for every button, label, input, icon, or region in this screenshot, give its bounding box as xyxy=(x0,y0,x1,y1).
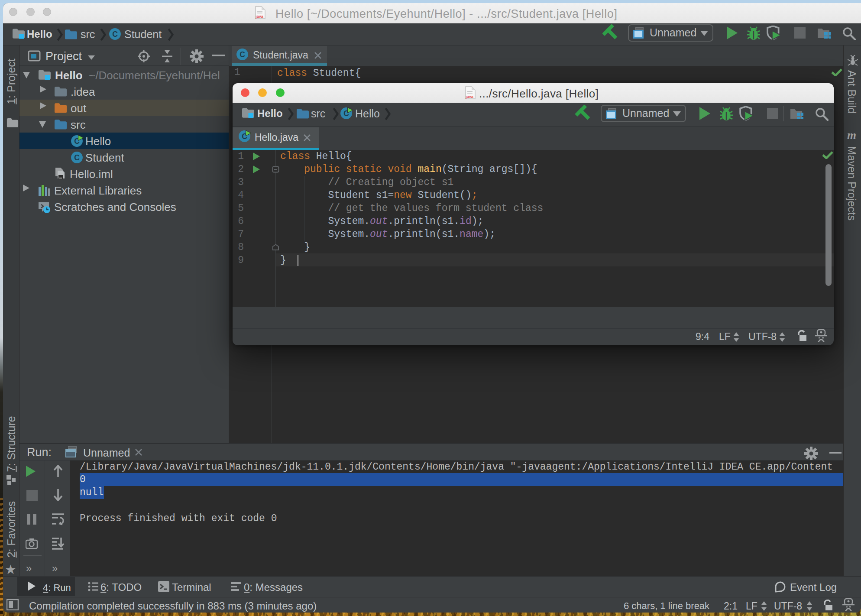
svg-text:C: C xyxy=(112,30,118,39)
svg-text:java: java xyxy=(255,14,264,19)
svg-text:java: java xyxy=(465,94,474,99)
svg-text:C: C xyxy=(240,50,245,59)
svg-text:C: C xyxy=(74,153,80,162)
